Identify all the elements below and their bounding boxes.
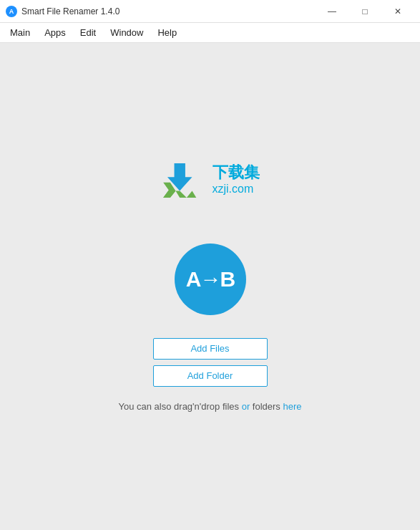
svg-marker-3 [175,191,186,198]
title-bar-controls: — □ ✕ [316,0,414,23]
close-button[interactable]: ✕ [381,0,414,23]
svg-marker-4 [186,191,195,198]
main-content: 下载集 xzji.com A→B Add Files Add Folder Yo… [0,43,420,530]
logo-text: 下载集 xzji.com [213,163,260,196]
app-icon-circle: A→B [175,244,246,315]
title-bar-title: Smart File Renamer 1.4.0 [21,6,119,16]
app-icon: A [6,6,17,17]
hint-prefix: You can also drag'n'drop files [119,401,242,412]
logo-text-url: xzji.com [213,182,260,196]
maximize-button[interactable]: □ [348,0,381,23]
menu-item-edit[interactable]: Edit [73,24,103,41]
menu-item-window[interactable]: Window [103,24,150,41]
title-bar-left: A Smart File Renamer 1.4.0 [6,6,119,17]
hint-here: here [283,401,301,412]
action-buttons: Add Files Add Folder [153,338,268,387]
app-icon-label: A→B [186,267,234,292]
logo-area: 下载集 xzji.com [161,162,260,201]
menu-item-help[interactable]: Help [150,24,184,41]
drag-drop-hint: You can also drag'n'drop files or folder… [119,401,302,412]
hint-or: or [242,401,250,412]
logo-graphic: 下载集 xzji.com [161,162,260,198]
minimize-button[interactable]: — [316,0,348,23]
menu-bar: Main Apps Edit Window Help [0,23,420,43]
logo-svg-icon [161,162,207,198]
add-files-button[interactable]: Add Files [153,338,268,360]
svg-marker-2 [163,190,175,198]
add-folder-button[interactable]: Add Folder [153,365,268,387]
hint-middle: folders [250,401,283,412]
logo-text-chinese: 下载集 [213,163,260,182]
menu-item-main[interactable]: Main [3,24,37,41]
title-bar: A Smart File Renamer 1.4.0 — □ ✕ [0,0,420,23]
menu-item-apps[interactable]: Apps [37,24,73,41]
